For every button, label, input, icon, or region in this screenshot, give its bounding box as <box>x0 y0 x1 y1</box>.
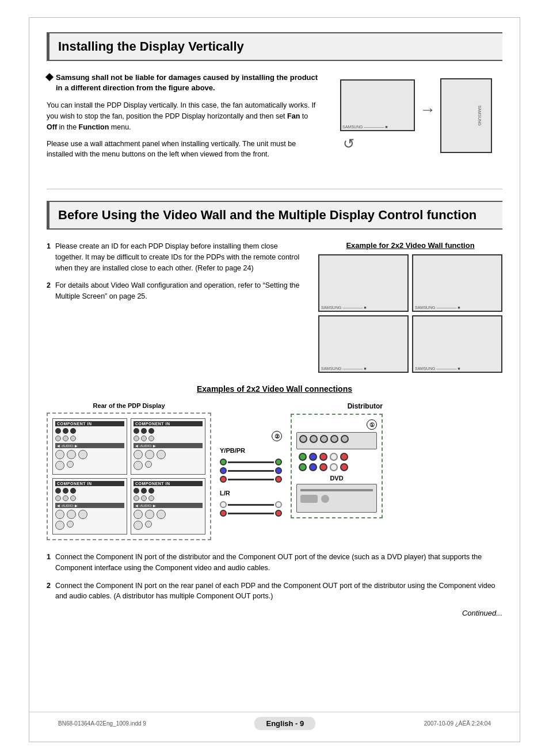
ypbpr-cables <box>220 459 282 483</box>
section1-title: Installing the Display Vertically <box>58 39 494 54</box>
vw-cell-2: SAMSUNG ————— ■ <box>412 254 502 312</box>
pdp3-audio-bar: ◀ -AUDIO- ▶ <box>55 503 124 508</box>
pdp2-btn1 <box>134 450 143 459</box>
lr-cable-row-2 <box>220 510 282 517</box>
rca-plug-white-1 <box>220 501 227 508</box>
pdp1-audio-bar: ◀ -AUDIO- ▶ <box>55 443 124 448</box>
continued-text: Continued... <box>47 609 502 617</box>
dist-conn-col4 <box>330 453 338 471</box>
pdp1-connectors-row2 <box>55 436 124 441</box>
pdp2-conn1 <box>134 428 139 434</box>
cables-middle: ② Y/PB/PR <box>220 402 282 517</box>
rca-plug-red-lr-1 <box>220 510 227 517</box>
section-divider-1 <box>47 189 502 189</box>
list-item-1: 1 Please create an ID for each PDP Displ… <box>47 241 307 273</box>
pdp1-connectors-row1 <box>55 428 124 434</box>
y-label: Y/PB/PR <box>220 447 245 454</box>
pdp4-audio-bar: ◀ -AUDIO- ▶ <box>134 503 203 508</box>
section1: Installing the Display Vertically Samsun… <box>47 32 502 166</box>
pdp4-conn4 <box>134 495 139 501</box>
pdp2-connectors-row2 <box>134 436 203 441</box>
section2-diagram-col: Example for 2x2 Video Wall function SAMS… <box>318 241 502 373</box>
pdp1-btn3 <box>78 450 87 459</box>
vw-cell-2-label: SAMSUNG ————— ■ <box>415 306 460 310</box>
dist-conn-w2 <box>330 463 338 471</box>
cable-wire-1 <box>228 461 274 463</box>
pdp3-connectors-row2 <box>55 495 124 501</box>
dist-conn-2 <box>310 435 318 443</box>
dist-conn-5 <box>341 435 349 443</box>
cable-row-2 <box>220 467 282 474</box>
section2-text-col: 1 Please create an ID for each PDP Displ… <box>47 241 307 373</box>
distributor-title: Distributor <box>291 402 383 410</box>
bottom-item-2: 2 Connect the Component IN port on the r… <box>47 581 502 602</box>
rear-display-container: Rear of the PDP Display COMPONENT IN <box>47 402 211 540</box>
dist-conn-col2 <box>309 453 317 471</box>
pdp-grid: COMPONENT IN <box>52 418 205 534</box>
dvd-device <box>296 484 377 513</box>
list-text-2: For details about Video Wall configurati… <box>55 280 307 302</box>
section1-para2: Please use a wall attachment panel when … <box>47 139 318 161</box>
rca-plug-blue-2 <box>275 467 282 474</box>
bottom-num-1: 1 <box>47 552 51 574</box>
tv-horizontal: SAMSUNG ————— ■ <box>340 79 415 131</box>
vw-cell-3-label: SAMSUNG ————— ■ <box>321 366 367 371</box>
pdp4-btn1 <box>134 510 143 519</box>
pdp1-conn1 <box>55 428 61 434</box>
section2-title: Before Using the Video Wall and the Mult… <box>58 208 494 223</box>
diamond-icon <box>45 73 54 81</box>
pdp1-btn2 <box>67 450 76 459</box>
pdp3-conn1 <box>55 488 61 494</box>
dvd-label: DVD <box>296 475 377 482</box>
lr-cable-wire-1 <box>228 504 274 506</box>
bottom-list: 1 Connect the Component IN port of the d… <box>47 552 502 617</box>
cable-row-3 <box>220 476 282 483</box>
tv-vertical: SAMSUNG <box>440 78 492 153</box>
pdp4-conn2 <box>141 488 147 494</box>
rca-plug-red-2 <box>275 476 282 483</box>
page-content: Installing the Display Vertically Samsun… <box>29 17 520 742</box>
pdp1-conn5 <box>63 436 68 441</box>
pdp2-conn6 <box>148 436 154 441</box>
pdp1-conn2 <box>63 428 68 434</box>
pdp3-btn2 <box>67 510 76 519</box>
pdp4-conn1 <box>134 488 139 494</box>
arrow-right-icon: → <box>420 101 436 131</box>
pdp3-conn6 <box>70 495 76 501</box>
distributor-box: ① <box>291 414 383 518</box>
dvd-buttons <box>297 492 376 505</box>
dist-conn-4 <box>330 435 338 443</box>
lr-label: L/R <box>220 490 230 497</box>
cable-wire-3 <box>228 479 274 480</box>
lr-cable-wire-2 <box>228 513 274 514</box>
dist-conn-r2 <box>319 463 327 471</box>
list-num-1: 1 <box>47 241 51 273</box>
bottom-num-2: 2 <box>47 581 51 602</box>
pdp4-connectors-row1 <box>134 488 203 494</box>
section2-header: Before Using the Video Wall and the Mult… <box>47 201 502 230</box>
bottom-text-2: Connect the Component IN port on the rea… <box>55 581 502 602</box>
dist-conn-r3 <box>340 453 348 461</box>
section2-content: 1 Please create an ID for each PDP Displ… <box>47 241 502 373</box>
dvd-btn2 <box>321 495 329 503</box>
dvd-slot <box>300 489 373 491</box>
pdp2-conn3 <box>148 428 154 434</box>
dist-conn-col1 <box>299 453 307 471</box>
pdp4-buttons-row1 <box>134 510 203 519</box>
pdp2-component-bar: COMPONENT IN <box>134 421 203 426</box>
vw-cell-3: SAMSUNG ————— ■ <box>318 315 409 373</box>
pdp4-conn5 <box>141 495 147 501</box>
pdp3-btn4 <box>55 521 64 530</box>
pdp3-buttons-row2 <box>55 521 124 530</box>
pdp3-conn5 <box>63 495 68 501</box>
dist-conn-3 <box>320 435 328 443</box>
pdp4-btn3 <box>157 510 166 519</box>
bottom-item-1: 1 Connect the Component IN port of the d… <box>47 552 502 574</box>
list-text-1: Please create an ID for each PDP Display… <box>55 241 307 273</box>
section1-header: Installing the Display Vertically <box>47 32 502 61</box>
pdp3-conn4 <box>55 495 61 501</box>
pdp1-conn3 <box>70 428 76 434</box>
dist-conn-b1 <box>309 453 317 461</box>
vw-cell-4-label: SAMSUNG ————— ■ <box>415 366 460 371</box>
num1-container: ① <box>296 419 377 430</box>
